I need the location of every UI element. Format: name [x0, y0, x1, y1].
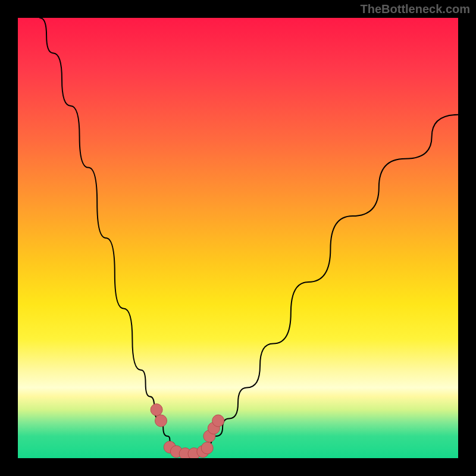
left-curve [40, 18, 194, 454]
plot-area [18, 18, 458, 458]
data-marker [155, 415, 167, 427]
data-marker [201, 442, 213, 454]
data-marker [212, 415, 224, 427]
attribution-text: TheBottleneck.com [361, 2, 470, 16]
chart-svg [18, 18, 458, 458]
chart-frame: TheBottleneck.com [0, 0, 476, 476]
data-marker [151, 404, 162, 416]
right-curve [194, 115, 458, 454]
marker-group [151, 404, 224, 458]
